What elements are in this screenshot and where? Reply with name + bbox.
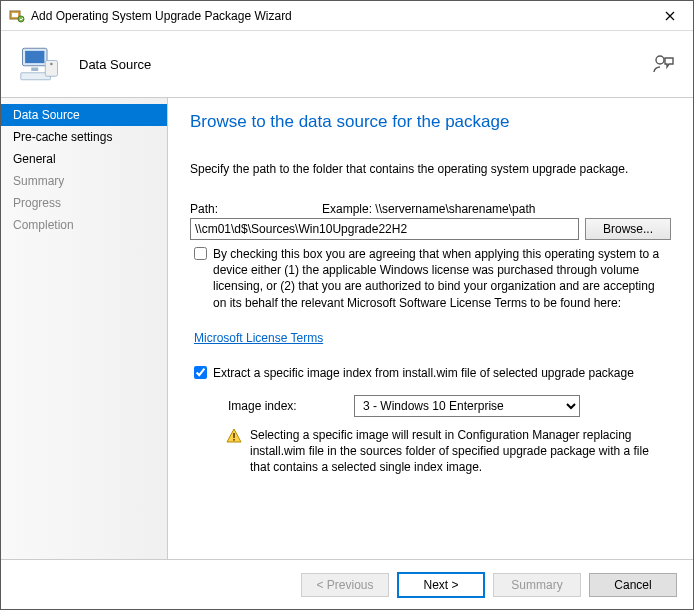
previous-button: < Previous [301,573,389,597]
content: Browse to the data source for the packag… [168,98,693,559]
sidebar-item-label: Progress [13,196,61,210]
svg-rect-1 [12,13,18,17]
svg-rect-5 [31,68,38,72]
path-example: Example: \\servername\sharename\path [322,202,535,216]
svg-rect-4 [25,51,44,63]
agree-text: By checking this box you are agreeing th… [213,246,671,311]
body: Data Source Pre-cache settings General S… [1,98,693,559]
license-link[interactable]: Microsoft License Terms [194,331,323,345]
app-icon [9,8,25,24]
wizard-window: Add Operating System Upgrade Package Wiz… [0,0,694,610]
extract-checkbox[interactable] [194,366,207,379]
sidebar-item-pre-cache[interactable]: Pre-cache settings [1,126,167,148]
image-index-label: Image index: [228,399,354,413]
page-title: Browse to the data source for the packag… [190,112,671,132]
sidebar-item-data-source[interactable]: Data Source [1,104,167,126]
header: Data Source [1,31,693,98]
path-input[interactable] [190,218,579,240]
svg-rect-11 [233,439,235,441]
warning-icon [226,428,242,444]
extract-text: Extract a specific image index from inst… [213,365,634,381]
cancel-button[interactable]: Cancel [589,573,677,597]
sidebar-item-progress[interactable]: Progress [1,192,167,214]
window-title: Add Operating System Upgrade Package Wiz… [31,9,647,23]
sidebar-item-label: Completion [13,218,74,232]
sidebar-item-general[interactable]: General [1,148,167,170]
sidebar-item-label: General [13,152,56,166]
svg-point-2 [18,16,24,22]
sidebar-item-label: Data Source [13,108,80,122]
next-button[interactable]: Next > [397,572,485,598]
warning-text: Selecting a specific image will result i… [250,427,671,476]
browse-button[interactable]: Browse... [585,218,671,240]
path-label: Path: [190,202,322,216]
feedback-icon[interactable] [651,52,675,76]
close-button[interactable] [647,1,693,31]
agree-checkbox[interactable] [194,247,207,260]
summary-button: Summary [493,573,581,597]
footer: < Previous Next > Summary Cancel [1,559,693,609]
svg-rect-10 [233,433,235,438]
titlebar: Add Operating System Upgrade Package Wiz… [1,1,693,31]
sidebar-item-summary[interactable]: Summary [1,170,167,192]
svg-point-9 [656,56,664,64]
computer-icon [19,43,61,85]
sidebar-item-label: Summary [13,174,64,188]
sidebar: Data Source Pre-cache settings General S… [1,98,168,559]
image-index-select[interactable]: 3 - Windows 10 Enterprise [354,395,580,417]
sidebar-item-completion[interactable]: Completion [1,214,167,236]
sidebar-item-label: Pre-cache settings [13,130,112,144]
svg-point-8 [50,63,53,66]
header-title: Data Source [79,57,651,72]
instruction-text: Specify the path to the folder that cont… [190,162,671,176]
